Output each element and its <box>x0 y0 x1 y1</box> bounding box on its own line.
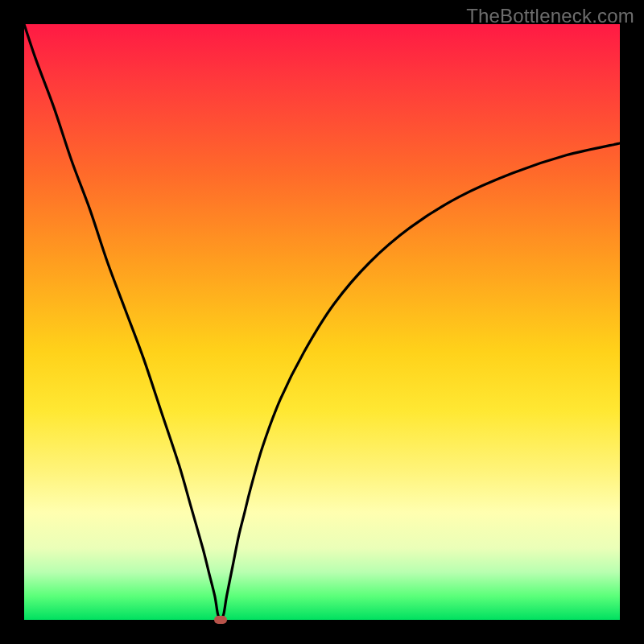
plot-area <box>24 24 620 620</box>
optimum-marker <box>214 616 227 624</box>
bottleneck-curve <box>24 24 620 620</box>
curve-path <box>24 24 620 620</box>
watermark-text: TheBottleneck.com <box>466 5 634 27</box>
chart-frame: TheBottleneck.com <box>0 0 644 644</box>
